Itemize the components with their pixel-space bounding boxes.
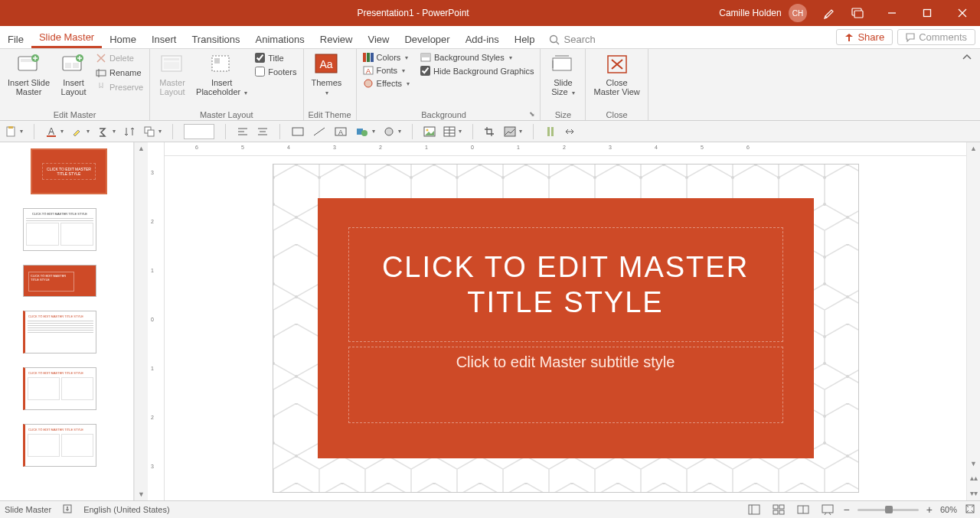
insert-placeholder-button[interactable]: Insert Placeholder ▾ [193, 50, 250, 99]
slide-sorter-button[interactable] [770, 503, 787, 516]
close-button[interactable] [945, 0, 980, 26]
themes-button[interactable]: Aa Themes▾ [309, 50, 345, 99]
text-box-button[interactable]: A [334, 126, 348, 137]
group-label: Edit Master [5, 109, 145, 119]
ink-icon[interactable] [824, 7, 836, 19]
arrange-button[interactable]: ▾ [143, 125, 162, 138]
font-size-input[interactable] [184, 124, 214, 139]
insert-slide-master-button[interactable]: Insert Slide Master [5, 50, 53, 98]
background-styles-button[interactable]: Background Styles▾ [419, 52, 535, 63]
tab-transitions[interactable]: Transitions [184, 29, 247, 48]
colors-button[interactable]: Colors▾ [361, 52, 411, 63]
normal-view-button[interactable] [746, 503, 763, 516]
reading-view-button[interactable] [795, 503, 812, 516]
next-slide-button[interactable]: ▾▾ [967, 485, 980, 500]
maximize-button[interactable] [910, 0, 945, 26]
svg-rect-1 [854, 11, 863, 18]
zoom-out-button[interactable]: − [844, 503, 850, 516]
shape-rect-button[interactable] [291, 126, 305, 137]
crop-button[interactable] [484, 126, 496, 137]
minimize-button[interactable] [874, 0, 910, 26]
status-language[interactable]: English (United States) [83, 505, 170, 514]
tab-developer[interactable]: Developer [397, 29, 457, 48]
thumb-layout-3[interactable]: CLICK TO EDIT MASTER TITLE STYLE [23, 311, 96, 353]
picture-button[interactable] [423, 126, 436, 137]
thumb-layout-4[interactable]: CLICK TO EDIT MASTER TITLE STYLE [23, 367, 96, 410]
tab-view[interactable]: View [360, 29, 397, 48]
scroll-down-icon[interactable]: ▼ [967, 458, 980, 470]
title-checkbox-input[interactable] [255, 53, 265, 63]
insert-layout-button[interactable]: Insert Layout [56, 50, 91, 98]
table-button[interactable]: ▾ [443, 126, 462, 137]
shapes-gallery-button[interactable]: ▾ [355, 126, 375, 137]
align-left-button[interactable] [237, 126, 249, 137]
tab-addins[interactable]: Add-ins [458, 29, 507, 48]
font-color-button[interactable]: A▾ [45, 125, 64, 138]
hide-bg-graphics-checkbox[interactable]: Hide Background Graphics [419, 65, 535, 77]
vertical-scrollbar[interactable]: ▲ ▼ ▴▴ ▾▾ [966, 142, 980, 500]
accessibility-icon[interactable] [62, 503, 73, 516]
zoom-level[interactable]: 60% [940, 505, 957, 514]
search-icon [549, 34, 560, 45]
thumb-layout-5[interactable]: CLICK TO EDIT MASTER TITLE STYLE [23, 424, 96, 467]
slide[interactable]: Click to edit Master title style Click t… [273, 164, 859, 493]
slideshow-button[interactable] [819, 503, 836, 516]
effects-button[interactable]: Effects▾ [361, 78, 411, 89]
selection-pane-button[interactable] [544, 126, 557, 137]
sort-button[interactable] [123, 125, 136, 138]
document-name: Presentation1 [358, 8, 414, 18]
tab-review[interactable]: Review [312, 29, 361, 48]
svg-rect-77 [779, 510, 784, 514]
comments-button[interactable]: Comments [897, 29, 975, 45]
fonts-button[interactable]: A Fonts▾ [361, 65, 411, 76]
prev-slide-button[interactable]: ▴▴ [967, 470, 980, 485]
tab-animations[interactable]: Animations [248, 29, 312, 48]
shape-fill-button[interactable]: ▾ [383, 126, 401, 137]
align-center-button[interactable] [256, 126, 269, 137]
picture-format-button[interactable]: ▾ [504, 126, 522, 137]
tab-file[interactable]: File [0, 29, 31, 48]
zoom-in-button[interactable]: + [926, 503, 933, 516]
footers-checkbox[interactable]: Footers [253, 66, 298, 77]
thumbnail-scrollbar[interactable]: ▲ ▼ [134, 142, 148, 500]
tab-home[interactable]: Home [102, 29, 144, 48]
tab-insert[interactable]: Insert [144, 29, 185, 48]
fit-to-window-button[interactable] [965, 503, 975, 516]
thumb-layout-2[interactable]: CLICK TO EDIT MASTER TITLE STYLE [23, 265, 96, 297]
title-placeholder[interactable]: Click to edit Master title style [348, 227, 783, 342]
thumb-slide-master[interactable]: CLICK TO EDIT MASTER TITLE STYLE [31, 148, 107, 194]
subtitle-placeholder[interactable]: Click to edit Master subtitle style [348, 347, 783, 423]
display-settings-icon[interactable] [851, 7, 864, 19]
slide-canvas[interactable]: Click to edit Master title style Click t… [165, 156, 966, 500]
background-dialog-launcher[interactable]: ⬊ [529, 110, 535, 118]
shape-line-button[interactable] [312, 126, 326, 137]
tab-slide-master[interactable]: Slide Master [31, 27, 102, 48]
formula-button[interactable]: ▾ [97, 125, 116, 138]
tab-help[interactable]: Help [507, 29, 543, 48]
share-button[interactable]: Share [836, 29, 893, 45]
search-box[interactable]: Search [543, 34, 602, 48]
thumb-layout-1[interactable]: CLICK TO EDIT MASTER TITLE STYLE [23, 208, 96, 251]
rename-button[interactable]: Rename [94, 67, 145, 79]
svg-rect-35 [8, 126, 13, 129]
scroll-up-icon[interactable]: ▲ [135, 142, 148, 155]
svg-rect-61 [551, 127, 554, 136]
svg-point-54 [426, 129, 429, 131]
collapse-ribbon-button[interactable] [954, 49, 980, 120]
more-button[interactable] [564, 128, 575, 135]
scroll-down-icon[interactable]: ▼ [135, 488, 148, 500]
scroll-up-icon[interactable]: ▲ [967, 142, 980, 155]
avatar[interactable]: CH [789, 4, 807, 22]
zoom-slider[interactable] [858, 509, 919, 511]
svg-rect-37 [47, 135, 56, 137]
footers-checkbox-input[interactable] [255, 67, 265, 77]
paste-button[interactable]: ▾ [5, 125, 23, 138]
highlight-button[interactable]: ▾ [71, 125, 90, 138]
close-master-view-button[interactable]: Close Master View [590, 50, 642, 98]
master-layout-icon [160, 52, 185, 77]
hide-bg-graphics-input[interactable] [420, 66, 430, 76]
thumbnail-panel: CLICK TO EDIT MASTER TITLE STYLE CLICK T… [0, 142, 134, 500]
title-checkbox[interactable]: Title [253, 52, 298, 64]
svg-rect-26 [371, 53, 374, 62]
slide-size-button[interactable]: Slide Size ▾ [545, 50, 580, 99]
